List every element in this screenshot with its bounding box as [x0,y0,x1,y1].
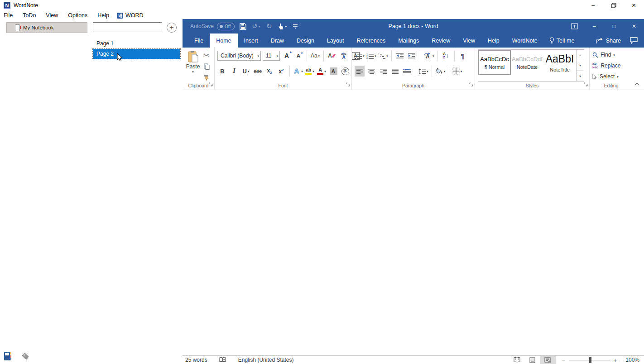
ribbon-display-options-button[interactable] [564,19,584,34]
word-maximize-button[interactable]: □ [604,19,624,34]
tab-insert[interactable]: Insert [238,34,264,48]
align-right-button[interactable] [378,66,388,77]
copy-button[interactable] [202,62,211,71]
tell-me-button[interactable]: Tell me [544,34,580,48]
zoom-slider[interactable] [569,360,610,360]
zoom-out-button[interactable]: − [562,357,566,364]
style-notedate[interactable]: AaBbCcDdE NoteDate [511,50,543,75]
replace-button[interactable]: ab⤷ac Replace [592,61,620,70]
zoom-slider-thumb[interactable] [589,357,591,363]
undo-button[interactable]: ↺▾ [251,21,261,32]
font-size-select[interactable]: 11 ▾ [263,51,280,61]
share-button[interactable]: Share [590,38,627,44]
paste-button[interactable]: Paste ▾ [185,49,201,81]
enclose-characters-button[interactable]: 字 [340,66,350,77]
bullets-button[interactable]: ▾ [355,50,365,61]
font-dialog-launcher[interactable] [346,80,350,88]
shading-button[interactable]: ▾ [435,66,446,77]
collapse-ribbon-button[interactable] [634,79,639,87]
align-left-button[interactable] [355,66,365,77]
tab-draw[interactable]: Draw [264,34,290,48]
page-item-2[interactable]: Page 2 [93,49,180,59]
tab-layout[interactable]: Layout [321,34,351,48]
tab-file[interactable]: File [188,34,210,48]
style-notetitle[interactable]: AaBbI NoteTitle [543,50,576,75]
app-close-button[interactable]: ✕ [624,0,644,10]
menu-word[interactable]: W WORD [114,10,146,20]
shrink-font-button[interactable]: A▼ [293,50,303,61]
numbering-button[interactable]: 123 ▾ [366,50,376,61]
app-minimize-button[interactable]: – [583,0,603,10]
print-layout-button[interactable] [525,356,540,364]
sort-button[interactable]: AZ↓ [441,50,451,61]
cut-button[interactable]: ✂ [202,51,211,60]
touch-mode-button[interactable]: ▾ [277,21,287,32]
read-mode-button[interactable] [509,356,525,364]
autosave-toggle[interactable]: Off [217,23,235,30]
asian-layout-button[interactable]: A ▾ [423,50,434,61]
justify-button[interactable] [390,66,400,77]
align-center-button[interactable] [366,66,376,77]
character-shading-button[interactable]: A [328,66,338,77]
tab-design[interactable]: Design [290,34,321,48]
redo-button[interactable]: ↻ [264,21,274,32]
styles-scroll-up-button[interactable]: ▲ [577,50,584,60]
zoom-in-button[interactable]: + [613,357,617,364]
zoom-level[interactable]: 100% [620,357,639,363]
web-layout-button[interactable] [540,356,556,364]
strikethrough-button[interactable]: abc [253,66,263,77]
clear-formatting-button[interactable]: A [327,50,337,61]
word-minimize-button[interactable]: – [584,19,604,34]
tags-icon[interactable] [21,353,29,360]
font-color-button[interactable]: A ▾ [317,66,327,77]
paragraph-dialog-launcher[interactable] [469,80,473,88]
tab-review[interactable]: Review [425,34,457,48]
add-page-button[interactable]: + [167,23,177,33]
subscript-button[interactable]: x2 [264,66,274,77]
word-close-button[interactable]: ✕ [624,19,644,34]
menu-file[interactable]: File [0,10,18,20]
notebook-button[interactable]: My Notebook [6,22,87,33]
increase-indent-button[interactable] [407,50,417,61]
text-effects-button[interactable]: A ▾ [293,66,303,77]
find-button[interactable]: Find ▾ [592,50,620,59]
page-item-1[interactable]: Page 1 [93,38,180,48]
font-name-select[interactable]: Calibri (Body) ▾ [217,51,261,61]
menu-view[interactable]: View [41,10,63,20]
tab-mailings[interactable]: Mailings [392,34,425,48]
change-case-button[interactable]: Aa▾ [310,50,320,61]
tab-help[interactable]: Help [481,34,506,48]
tab-references[interactable]: References [350,34,392,48]
language-status[interactable]: English (United States) [238,357,294,363]
grow-font-button[interactable]: A▲ [282,50,292,61]
text-highlight-button[interactable]: ab ▾ [305,66,315,77]
customize-qat-button[interactable] [290,21,300,32]
borders-button[interactable]: ▾ [452,66,462,77]
italic-button[interactable]: I [229,66,239,77]
select-button[interactable]: Select ▾ [592,72,620,81]
word-count[interactable]: 25 words [185,357,207,363]
style-normal[interactable]: AaBbCcDc ¶ Normal [478,50,511,75]
search-input[interactable] [93,23,167,32]
superscript-button[interactable]: x2 [276,66,286,77]
save-button[interactable] [238,21,248,32]
styles-more-button[interactable]: ▼ [577,71,584,81]
menu-todo[interactable]: ToDo [18,10,41,20]
comments-button[interactable] [627,37,644,44]
tab-home[interactable]: Home [210,34,237,48]
clipboard-dialog-launcher[interactable] [209,80,213,88]
decrease-indent-button[interactable] [395,50,405,61]
styles-dialog-launcher[interactable] [584,80,588,88]
styles-scroll-down-button[interactable]: ▼ [577,60,584,71]
underline-button[interactable]: U▾ [241,66,251,77]
proofing-icon[interactable] [219,357,226,363]
notebook-save-icon[interactable] [4,351,11,361]
bold-button[interactable]: B [217,66,227,77]
menu-help[interactable]: Help [92,10,114,20]
tab-view[interactable]: View [457,34,481,48]
multilevel-list-button[interactable]: 1ai ▾ [378,50,388,61]
distribute-button[interactable] [402,66,412,77]
document-area[interactable] [183,90,644,355]
tab-wordnote[interactable]: WordNote [506,34,544,48]
show-hide-marks-button[interactable]: ¶ [458,50,468,61]
